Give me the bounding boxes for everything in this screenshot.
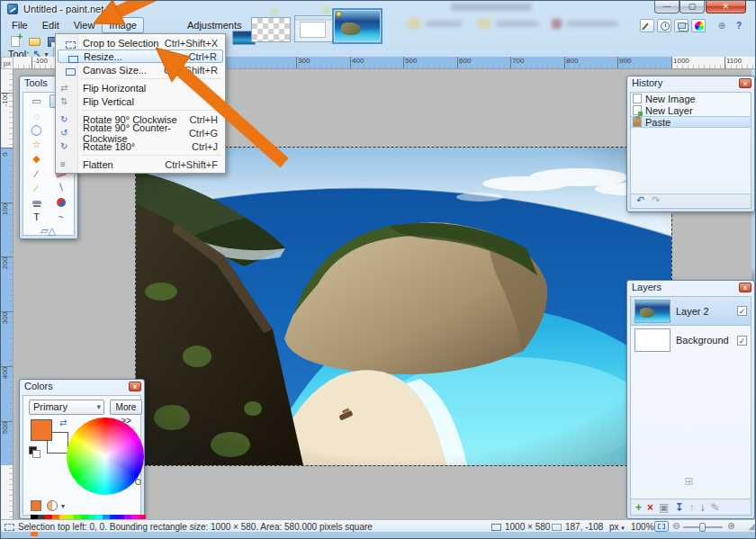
opacity-icon[interactable] [47, 500, 58, 511]
pencil-tool[interactable]: ∕ [25, 181, 49, 194]
color-picker-tool[interactable]: ∖ [50, 181, 73, 194]
paintnet-app-icon [7, 4, 18, 14]
menu-edit[interactable]: Edit [35, 17, 67, 33]
clone-stamp-tool[interactable] [25, 195, 49, 209]
zoom-slider[interactable] [683, 526, 723, 528]
close-icon[interactable]: x [129, 382, 141, 391]
recolor-tool[interactable] [50, 195, 73, 209]
layers-panel-title[interactable]: Layers [627, 281, 754, 294]
text-tool[interactable]: T [25, 210, 49, 223]
minimize-button[interactable]: — [654, 1, 680, 13]
ruler-label: 0 [1, 144, 9, 166]
menu-item-flatten[interactable]: ≡FlattenCtrl+Shift+F [56, 157, 225, 171]
reset-colors-swatch[interactable] [29, 446, 37, 454]
close-button[interactable]: ✕ [706, 1, 746, 13]
recent-color-swatch[interactable] [31, 500, 41, 511]
image-thumbnail-dialog[interactable] [294, 15, 334, 42]
move-layer-up-button[interactable]: ↑ [688, 501, 694, 514]
ruler-major-tick [457, 57, 458, 69]
close-icon[interactable]: x [739, 78, 752, 88]
redo-button[interactable]: ↷ [652, 194, 660, 205]
undo-button[interactable]: ↶ [636, 194, 644, 205]
zoom-level[interactable]: 100% [631, 522, 654, 532]
selection-icon [4, 524, 14, 531]
zoom-in-button[interactable]: + [728, 523, 734, 529]
menu-item-crop-to-selection[interactable]: Crop to SelectionCtrl+Shift+X [56, 36, 225, 49]
history-item-paste[interactable]: Paste [631, 116, 751, 128]
duplicate-layer-button[interactable]: ▣ [659, 501, 669, 514]
layer-row-layer-2[interactable]: Layer 2✓ [631, 297, 751, 326]
zoom-out-button[interactable]: − [673, 523, 680, 529]
unit-dropdown[interactable]: px ▾ [609, 522, 625, 532]
menu-separator [81, 110, 221, 111]
menu-item-shortcut: Ctrl+H [190, 114, 218, 125]
shapes-tool[interactable]: ▱△ [25, 224, 72, 238]
colors-panel-toggle[interactable] [691, 19, 706, 32]
color-wheel[interactable] [67, 418, 144, 495]
history-item-new-image[interactable]: New Image [631, 93, 751, 104]
more-button[interactable]: More >> [110, 400, 142, 415]
chevron-down-icon[interactable]: ▾ [61, 502, 65, 510]
zoom-slider-thumb[interactable] [699, 523, 706, 532]
menu-image[interactable]: Image [102, 17, 144, 33]
menu-item-flip-horizontal[interactable]: ⇄Flip Horizontal [56, 81, 225, 94]
layer-visibility-checkbox[interactable]: ✓ [737, 336, 747, 346]
layer-properties-button[interactable]: ✎ [710, 501, 719, 514]
settings-button[interactable]: ⊕ [715, 19, 729, 32]
menu-view[interactable]: View [67, 17, 103, 33]
open-file-button[interactable] [27, 35, 42, 49]
unsaved-indicator-icon [336, 11, 342, 17]
menu-item-rotate-180[interactable]: ↻Rotate 180°Ctrl+J [56, 139, 225, 153]
new-file-icon [11, 36, 20, 47]
layers-panel-toggle[interactable] [674, 19, 688, 32]
glass-blur-blob [426, 21, 462, 27]
rectangle-select-tool[interactable]: ▭ [25, 94, 49, 108]
line-curve-tool[interactable]: ~ [50, 210, 73, 223]
gear-icon: ⊕ [716, 20, 728, 31]
ellipse-select-tool[interactable]: ◯ [25, 123, 49, 137]
color-mode-select[interactable]: Primary▾ [29, 400, 104, 415]
swap-colors-icon[interactable]: ⇄ [59, 418, 67, 427]
menu-item-rotate-90-counter-clockwise[interactable]: ↺Rotate 90° Counter-ClockwiseCtrl+G [56, 126, 225, 139]
add-layer-button[interactable]: + [635, 501, 642, 514]
menu-item-flip-vertical[interactable]: ⇅Flip Vertical [56, 94, 225, 108]
paintbrush-tool[interactable]: ∕ [25, 166, 49, 180]
delete-layer-button[interactable]: × [647, 501, 653, 514]
tools-panel-toggle[interactable] [640, 19, 654, 32]
primary-color-swatch[interactable] [31, 419, 52, 441]
history-panel-toggle[interactable] [657, 19, 671, 32]
help-button[interactable]: ? [732, 19, 746, 32]
paint-bucket-tool[interactable]: ◆ [25, 152, 49, 166]
paste-icon [633, 117, 642, 127]
maximize-button[interactable]: ▢ [680, 1, 705, 13]
history-panel-title[interactable]: History [627, 76, 754, 90]
resize-grip[interactable]: ◢ [748, 521, 755, 531]
close-icon[interactable]: x [739, 283, 752, 292]
lasso-select-tool[interactable]: ◌ [25, 109, 49, 122]
menu-item-canvas-size[interactable]: Canvas Size...Ctrl+Shift+R [56, 63, 225, 76]
history-item-new-layer[interactable]: New Layer [631, 104, 751, 116]
layers-bottom-bar: +×▣↧↑↓✎ [631, 499, 751, 515]
paintnet-window: Untitled - paint.net 4.0.17 — ▢ ✕ FileEd… [0, 0, 756, 539]
ruler-major-tick [724, 57, 725, 69]
zoom-fit-button[interactable] [654, 521, 669, 532]
layer-row-background[interactable]: Background✓ [631, 326, 751, 355]
color-wheel-selector[interactable] [135, 479, 141, 485]
ruler-major-tick [671, 57, 672, 69]
menu-item-label: Flip Horizontal [83, 83, 146, 94]
magic-wand-tool[interactable]: ☆ [25, 138, 49, 151]
layer-visibility-checkbox[interactable]: ✓ [737, 306, 747, 316]
canvas[interactable] [136, 148, 671, 465]
colors-panel-title[interactable]: Colors [20, 380, 144, 393]
merge-down-button[interactable]: ↧ [674, 501, 683, 514]
move-layer-down-button[interactable]: ↓ [699, 501, 705, 514]
lasso-select-icon: ◌ [33, 111, 40, 121]
menu-item-shortcut: Ctrl+Shift+R [164, 65, 218, 76]
new-file-button[interactable] [8, 35, 23, 49]
menu-item-resize[interactable]: Resize...Ctrl+R [58, 49, 223, 63]
menu-item-label: Canvas Size... [83, 65, 147, 76]
image-thumbnail-transparent[interactable] [251, 17, 291, 42]
ruler-label: 1000 [673, 57, 689, 65]
menu-item-label: Flatten [83, 159, 113, 170]
menu-item-shortcut: Ctrl+R [189, 51, 217, 62]
